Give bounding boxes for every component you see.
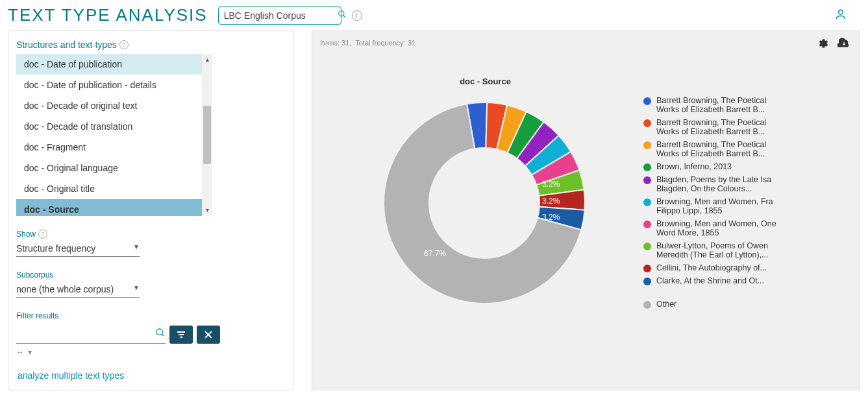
legend-item[interactable]: Browning, Men and Women, One Word More, …: [643, 219, 780, 237]
svg-line-1: [343, 15, 345, 17]
scrollbar-thumb[interactable]: [203, 106, 211, 164]
page-title: TEXT TYPE ANALYSIS: [8, 5, 208, 25]
chevron-down-icon: ▼: [133, 243, 140, 254]
list-item[interactable]: doc - Source: [16, 199, 202, 216]
subcorpus-label: Subcorpus: [16, 270, 53, 280]
legend-label: Barrett Browning, The Poetical Works of …: [656, 118, 780, 136]
pie-label: 3.2%: [542, 196, 560, 206]
legend-label: Clarke, At the Shrine and Ot...: [656, 276, 764, 285]
pie-label: 67.7%: [424, 249, 446, 258]
legend-dot-icon: [643, 278, 651, 285]
legend-item[interactable]: Clarke, At the Shrine and Ot...: [643, 276, 780, 285]
legend-item[interactable]: Barrett Browning, The Poetical Works of …: [643, 140, 780, 158]
legend-label: Browning, Men and Women, One Word More, …: [656, 219, 780, 237]
svg-point-3: [156, 329, 162, 335]
legend-item[interactable]: Bulwer-Lytton, Poems of Owen Meredith (T…: [643, 241, 780, 259]
chart-legend: Barrett Browning, The Poetical Works of …: [643, 96, 780, 313]
corpus-search-input[interactable]: [218, 6, 341, 25]
arrow-left-right-icon[interactable]: ↔: [16, 348, 24, 357]
legend-dot-icon: [643, 141, 651, 149]
show-label: Show ?: [16, 230, 47, 239]
list-item[interactable]: doc - Decade of original text: [16, 95, 202, 116]
search-icon[interactable]: [338, 10, 347, 21]
subcorpus-select[interactable]: none (the whole corpus) ▼: [16, 281, 140, 298]
scroll-down-icon[interactable]: ▾: [202, 204, 212, 215]
filter-field[interactable]: [16, 329, 155, 339]
list-item[interactable]: doc - Decade of translation: [16, 116, 202, 137]
svg-point-2: [839, 10, 843, 14]
legend-dot-icon: [643, 163, 651, 171]
controls-panel: Structures and text types ? doc - Date o…: [8, 30, 293, 390]
list-item[interactable]: doc - Original language: [16, 158, 202, 178]
legend-item[interactable]: Barrett Browning, The Poetical Works of …: [643, 118, 780, 136]
pie-label: 3.2%: [542, 180, 560, 189]
user-icon[interactable]: [834, 8, 860, 23]
legend-dot-icon: [643, 301, 651, 309]
list-item[interactable]: doc - Original title: [16, 178, 202, 199]
list-scrollbar[interactable]: ▴ ▾: [202, 54, 212, 215]
legend-item[interactable]: Browning, Men and Women, Fra Filippo Lip…: [643, 197, 780, 215]
scroll-up-icon[interactable]: ▴: [202, 54, 212, 64]
legend-label: Browning, Men and Women, Fra Filippo Lip…: [656, 197, 780, 215]
help-icon[interactable]: ?: [119, 40, 129, 49]
legend-dot-icon: [643, 97, 651, 105]
text-type-list: doc - Date of publicationdoc - Date of p…: [16, 54, 285, 216]
download-icon[interactable]: [837, 38, 850, 52]
list-item[interactable]: doc - Fragment: [16, 137, 202, 158]
analyze-multiple-link[interactable]: analyze multiple text types: [18, 370, 124, 381]
legend-item[interactable]: Blagden, Poems by the Late Isa Blagden, …: [643, 175, 780, 193]
legend-dot-icon: [643, 220, 651, 228]
search-icon[interactable]: [155, 328, 166, 340]
info-icon[interactable]: i: [352, 10, 362, 21]
chart-panel: Items: 31, Total frequency: 31 doc - Sou…: [312, 30, 860, 390]
filter-input[interactable]: [16, 325, 166, 344]
legend-item[interactable]: Cellini, The Autobiography of...: [643, 263, 780, 272]
legend-dot-icon: [643, 176, 651, 184]
chevron-down-icon: ▼: [133, 284, 140, 294]
legend-dot-icon: [643, 265, 651, 272]
legend-label: Cellini, The Autobiography of...: [656, 263, 767, 272]
legend-label: Blagden, Poems by the Late Isa Blagden, …: [656, 175, 780, 193]
svg-point-0: [338, 10, 343, 16]
filter-label: Filter results: [16, 311, 58, 320]
legend-label: Brown, Inferno, 2013: [656, 162, 732, 171]
svg-line-4: [162, 334, 164, 336]
list-item[interactable]: doc - Date of publication - details: [16, 75, 202, 95]
clear-button[interactable]: [197, 326, 220, 344]
legend-label: Bulwer-Lytton, Poems of Owen Meredith (T…: [656, 241, 780, 259]
legend-item[interactable]: Barrett Browning, The Poetical Works of …: [643, 96, 780, 114]
settings-icon[interactable]: [817, 38, 828, 52]
chart-title: doc - Source: [312, 77, 658, 86]
help-icon[interactable]: ?: [38, 230, 47, 239]
legend-dot-icon: [643, 243, 651, 250]
structures-label: Structures and text types ?: [16, 40, 129, 50]
legend-item[interactable]: Other: [643, 300, 780, 309]
corpus-search-field[interactable]: [224, 10, 338, 21]
legend-label: Barrett Browning, The Poetical Works of …: [656, 140, 780, 158]
list-item[interactable]: doc - Date of publication: [16, 54, 202, 75]
legend-dot-icon: [643, 119, 651, 127]
legend-label: Other: [656, 300, 676, 309]
pie-chart: [371, 89, 598, 316]
pie-label: 3.2%: [542, 213, 560, 222]
chevron-down-icon[interactable]: ▾: [28, 348, 32, 357]
filter-button[interactable]: [169, 326, 193, 344]
legend-dot-icon: [643, 198, 651, 206]
legend-label: Barrett Browning, The Poetical Works of …: [656, 96, 780, 114]
stats-line: Items: 31, Total frequency: 31: [320, 39, 852, 47]
legend-item[interactable]: Brown, Inferno, 2013: [643, 162, 780, 171]
show-select[interactable]: Structure frequency ▼: [16, 241, 140, 257]
